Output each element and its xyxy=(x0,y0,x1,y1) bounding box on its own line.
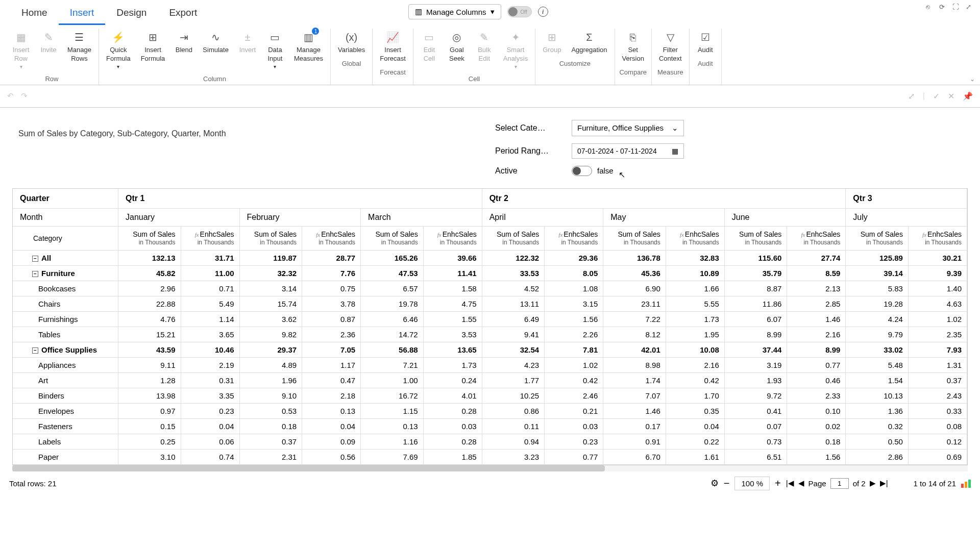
data-cell[interactable]: 0.24 xyxy=(423,372,482,388)
data-cell[interactable]: 11.86 xyxy=(724,296,787,311)
simulate-button[interactable]: ∿Simulate xyxy=(198,29,234,72)
data-cell[interactable]: 4.52 xyxy=(482,281,545,296)
data-cell[interactable]: 0.08 xyxy=(908,418,967,434)
data-cell[interactable]: 9.39 xyxy=(908,265,967,281)
aggregation-button[interactable]: ΣAggregation xyxy=(566,29,612,57)
data-cell[interactable]: 3.65 xyxy=(181,327,239,342)
data-cell[interactable]: 0.69 xyxy=(908,449,967,464)
row-label[interactable]: Paper xyxy=(13,449,118,464)
data-cell[interactable]: 0.22 xyxy=(666,434,724,449)
page-first-button[interactable]: |◀ xyxy=(786,479,794,488)
row-label[interactable]: Labels xyxy=(13,434,118,449)
data-cell[interactable]: 8.87 xyxy=(724,281,787,296)
table-row[interactable]: Envelopes0.970.230.530.131.150.280.860.2… xyxy=(13,403,967,418)
data-cell[interactable]: 136.78 xyxy=(603,250,666,265)
data-cell[interactable]: 1.96 xyxy=(239,372,302,388)
table-row[interactable]: Chairs22.885.4915.743.7819.784.7513.113.… xyxy=(13,296,967,311)
data-cell[interactable]: 0.50 xyxy=(846,434,909,449)
pin-icon[interactable]: 📌 xyxy=(963,91,973,101)
row-label[interactable]: Binders xyxy=(13,388,118,403)
data-cell[interactable]: 1.58 xyxy=(423,281,482,296)
hdr-sum[interactable]: Sum of Salesin Thousands xyxy=(724,226,787,250)
data-cell[interactable]: 2.13 xyxy=(787,281,846,296)
data-cell[interactable]: 0.25 xyxy=(118,434,181,449)
data-cell[interactable]: 0.07 xyxy=(724,418,787,434)
row-label[interactable]: Appliances xyxy=(13,357,118,372)
data-cell[interactable]: 0.53 xyxy=(239,403,302,418)
data-cell[interactable]: 9.82 xyxy=(239,327,302,342)
data-cell[interactable]: 4.89 xyxy=(239,357,302,372)
collapse-icon[interactable]: − xyxy=(32,271,38,277)
data-cell[interactable]: 7.93 xyxy=(908,342,967,357)
data-cell[interactable]: 37.44 xyxy=(724,342,787,357)
data-cell[interactable]: 0.94 xyxy=(482,434,545,449)
midbar-toggle[interactable]: Off xyxy=(507,6,532,17)
set-version-button[interactable]: ⎘SetVersion xyxy=(617,29,649,65)
data-cell[interactable]: 19.28 xyxy=(846,296,909,311)
data-cell[interactable]: 2.19 xyxy=(181,357,239,372)
data-cell[interactable]: 9.72 xyxy=(724,388,787,403)
data-cell[interactable]: 1.85 xyxy=(423,449,482,464)
data-cell[interactable]: 2.86 xyxy=(846,449,909,464)
data-cell[interactable]: 28.77 xyxy=(302,250,361,265)
data-cell[interactable]: 119.87 xyxy=(239,250,302,265)
table-row[interactable]: −All132.1331.71119.8728.77165.2639.66122… xyxy=(13,250,967,265)
hdr-sum[interactable]: Sum of Salesin Thousands xyxy=(603,226,666,250)
data-cell[interactable]: 0.02 xyxy=(787,418,846,434)
data-cell[interactable]: 1.08 xyxy=(545,281,603,296)
data-cell[interactable]: 56.88 xyxy=(361,342,424,357)
table-row[interactable]: −Office Supplies43.5910.4629.377.0556.88… xyxy=(13,342,967,357)
data-cell[interactable]: 23.11 xyxy=(603,296,666,311)
data-cell[interactable]: 1.15 xyxy=(361,403,424,418)
data-cell[interactable]: 27.74 xyxy=(787,250,846,265)
data-cell[interactable]: 8.59 xyxy=(787,265,846,281)
data-cell[interactable]: 14.72 xyxy=(361,327,424,342)
data-cell[interactable]: 1.46 xyxy=(603,403,666,418)
data-cell[interactable]: 1.70 xyxy=(666,388,724,403)
data-cell[interactable]: 0.35 xyxy=(666,403,724,418)
data-cell[interactable]: 1.36 xyxy=(846,403,909,418)
data-input-button[interactable]: ▭DataInput▾ xyxy=(261,29,289,72)
data-cell[interactable]: 0.87 xyxy=(302,311,361,327)
data-cell[interactable]: 3.10 xyxy=(118,449,181,464)
data-cell[interactable]: 2.16 xyxy=(787,327,846,342)
data-cell[interactable]: 1.17 xyxy=(302,357,361,372)
data-cell[interactable]: 6.51 xyxy=(724,449,787,464)
horizontal-scrollbar[interactable] xyxy=(12,465,968,471)
data-cell[interactable]: 8.98 xyxy=(603,357,666,372)
row-label[interactable]: −Furniture xyxy=(13,265,118,281)
data-cell[interactable]: 0.33 xyxy=(908,403,967,418)
data-cell[interactable]: 7.05 xyxy=(302,342,361,357)
data-cell[interactable]: 0.91 xyxy=(603,434,666,449)
info-icon[interactable]: i xyxy=(538,7,548,17)
data-cell[interactable]: 39.14 xyxy=(846,265,909,281)
data-cell[interactable]: 8.99 xyxy=(787,342,846,357)
manage-columns-dropdown[interactable]: ▥ Manage Columns ▾ xyxy=(408,4,501,19)
data-cell[interactable]: 3.53 xyxy=(423,327,482,342)
data-cell[interactable]: 0.28 xyxy=(423,434,482,449)
data-cell[interactable]: 29.36 xyxy=(545,250,603,265)
table-row[interactable]: Fasteners0.150.040.180.040.130.030.110.0… xyxy=(13,418,967,434)
data-cell[interactable]: 0.97 xyxy=(118,403,181,418)
manage-measures-button[interactable]: ▥1ManageMeasures xyxy=(289,29,328,72)
data-cell[interactable]: 2.36 xyxy=(302,327,361,342)
hdr-sum[interactable]: Sum of Salesin Thousands xyxy=(846,226,909,250)
data-cell[interactable]: 6.90 xyxy=(603,281,666,296)
data-cell[interactable]: 0.21 xyxy=(545,403,603,418)
data-cell[interactable]: 47.53 xyxy=(361,265,424,281)
data-cell[interactable]: 1.73 xyxy=(423,357,482,372)
data-cell[interactable]: 0.56 xyxy=(302,449,361,464)
data-cell[interactable]: 0.04 xyxy=(181,418,239,434)
data-cell[interactable]: 32.83 xyxy=(666,250,724,265)
data-cell[interactable]: 0.73 xyxy=(724,434,787,449)
data-cell[interactable]: 0.23 xyxy=(181,403,239,418)
data-cell[interactable]: 0.75 xyxy=(302,281,361,296)
data-cell[interactable]: 22.88 xyxy=(118,296,181,311)
data-cell[interactable]: 4.24 xyxy=(846,311,909,327)
data-cell[interactable]: 2.16 xyxy=(666,357,724,372)
insert-row-button[interactable]: ▦InsertRow▾ xyxy=(7,29,35,72)
data-cell[interactable]: 2.35 xyxy=(908,327,967,342)
bulk-edit-button[interactable]: ✎BulkEdit xyxy=(471,29,498,72)
data-cell[interactable]: 165.26 xyxy=(361,250,424,265)
data-cell[interactable]: 115.60 xyxy=(724,250,787,265)
